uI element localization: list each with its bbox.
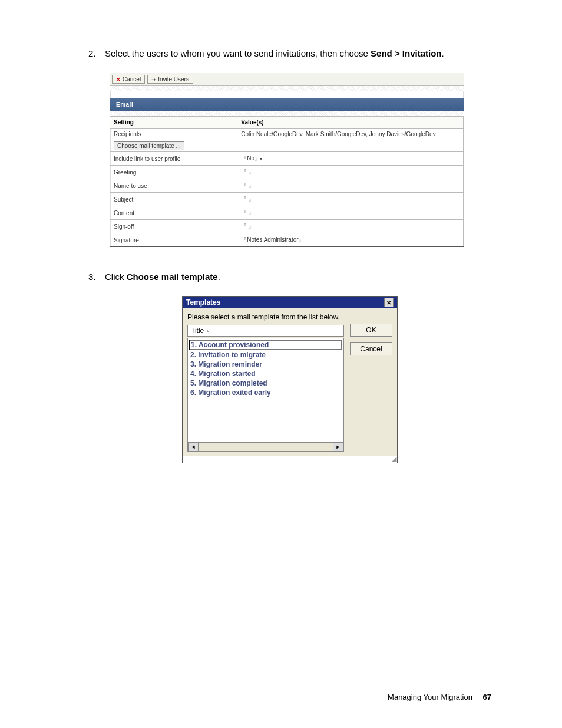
table-row: Signature 『Notes Administrator』	[110, 233, 464, 247]
invite-icon	[151, 76, 156, 83]
row-include-link-label: Include link to user profile	[110, 152, 237, 166]
signature-text: Notes Administrator	[247, 236, 298, 243]
list-item[interactable]: 5. Migration completed	[189, 378, 342, 388]
decorative-row	[110, 86, 464, 91]
row-content-value[interactable]: 『 』	[237, 206, 464, 220]
field-open-marker: 『	[241, 155, 247, 162]
list-item[interactable]: 1. Account provisioned	[189, 340, 342, 350]
table-row: Subject 『 』	[110, 193, 464, 206]
scroll-right-icon[interactable]: ►	[333, 443, 343, 451]
x-icon	[116, 76, 121, 83]
table-row: Choose mail template ...	[110, 140, 464, 152]
step3-pre: Click	[105, 272, 127, 282]
chevron-down-icon[interactable]: ▾	[260, 156, 262, 162]
row-content-label: Content	[110, 206, 237, 220]
email-screenshot: Cancel Invite Users Email Setting Value(…	[110, 73, 464, 247]
row-subject-label: Subject	[110, 193, 237, 206]
choose-template-button[interactable]: Choose mail template ...	[114, 141, 184, 150]
list-item[interactable]: 3. Migration reminder	[189, 360, 342, 369]
template-list[interactable]: 1. Account provisioned 2. Invitation to …	[187, 338, 344, 443]
table-row: Sign-off 『 』	[110, 220, 464, 233]
row-name-label: Name to use	[110, 179, 237, 193]
resize-grip-icon[interactable]: ◢	[183, 455, 397, 463]
step-text: Select the users to whom you want to sen…	[105, 47, 491, 60]
row-include-link-value[interactable]: 『No』▾	[237, 152, 464, 166]
email-section-header: Email	[110, 98, 464, 111]
list-item[interactable]: 2. Invitation to migrate	[189, 350, 342, 360]
table-row: Recipients Colin Neale/GoogleDev, Mark S…	[110, 129, 464, 140]
chevron-down-icon: ∨	[206, 328, 210, 334]
cancel-button-label: Cancel	[123, 76, 141, 83]
email-toolbar: Cancel Invite Users	[110, 73, 464, 86]
row-name-value[interactable]: 『 』	[237, 179, 464, 193]
close-icon[interactable]: ✕	[384, 298, 394, 307]
row-signature-label: Signature	[110, 233, 237, 247]
cancel-button[interactable]: Cancel	[112, 75, 145, 84]
step-3: 3. Click Choose mail template.	[88, 271, 491, 283]
step2-post: .	[442, 48, 444, 58]
row-signoff-label: Sign-off	[110, 220, 237, 233]
step2-pre: Select the users to whom you want to sen…	[105, 48, 371, 58]
dialog-instruction: Please select a mail template from the l…	[187, 313, 344, 321]
email-settings-table: Setting Value(s) Recipients Colin Neale/…	[110, 116, 464, 246]
page-footer: Managing Your Migration 67	[388, 693, 491, 701]
title-column-label: Title	[191, 327, 204, 335]
dialog-title-text: Templates	[186, 298, 220, 307]
row-subject-value[interactable]: 『 』	[237, 193, 464, 206]
list-header[interactable]: Title ∨	[187, 325, 344, 337]
row-greeting-value[interactable]: 『 』	[237, 166, 464, 179]
step3-bold: Choose mail template	[127, 272, 218, 282]
table-row: Content 『 』	[110, 206, 464, 220]
step-text: Click Choose mail template.	[105, 271, 491, 283]
table-row: Greeting 『 』	[110, 166, 464, 179]
cancel-button[interactable]: Cancel	[350, 342, 392, 355]
footer-section: Managing Your Migration	[388, 693, 472, 701]
footer-page-number: 67	[483, 693, 491, 701]
scroll-left-icon[interactable]: ◄	[188, 443, 199, 451]
step2-bold: Send > Invitation	[371, 48, 441, 58]
list-item[interactable]: 4. Migration started	[189, 369, 342, 378]
invite-button-label: Invite Users	[158, 76, 189, 83]
col-value: Value(s)	[237, 117, 464, 129]
step-number: 3.	[88, 271, 105, 283]
dialog-titlebar: Templates ✕	[183, 297, 397, 308]
invite-users-button[interactable]: Invite Users	[147, 75, 193, 84]
row-signoff-value[interactable]: 『 』	[237, 220, 464, 233]
empty-cell	[237, 140, 464, 152]
horizontal-scrollbar[interactable]: ◄ ►	[187, 443, 344, 452]
dialog-body: Please select a mail template from the l…	[183, 308, 397, 456]
row-greeting-label: Greeting	[110, 166, 237, 179]
field-close-marker: 』	[254, 156, 260, 162]
dialog-left: Please select a mail template from the l…	[187, 313, 344, 452]
table-row: Name to use 『 』	[110, 179, 464, 193]
templates-dialog: Templates ✕ Please select a mail templat…	[182, 296, 398, 463]
col-setting: Setting	[110, 117, 237, 129]
include-link-text: No	[247, 155, 254, 162]
row-recipients-value: Colin Neale/GoogleDev, Mark Smith/Google…	[237, 129, 464, 140]
step-2: 2. Select the users to whom you want to …	[88, 47, 491, 60]
table-row: Include link to user profile 『No』▾	[110, 152, 464, 166]
step-number: 2.	[88, 47, 105, 60]
list-item[interactable]: 6. Migration exited early	[189, 388, 342, 397]
decorative-row	[110, 111, 464, 116]
row-recipients-label: Recipients	[110, 129, 237, 140]
dialog-right: OK Cancel	[350, 313, 392, 452]
step3-post: .	[218, 272, 220, 282]
row-signature-value[interactable]: 『Notes Administrator』	[237, 233, 464, 247]
ok-button[interactable]: OK	[350, 324, 392, 337]
